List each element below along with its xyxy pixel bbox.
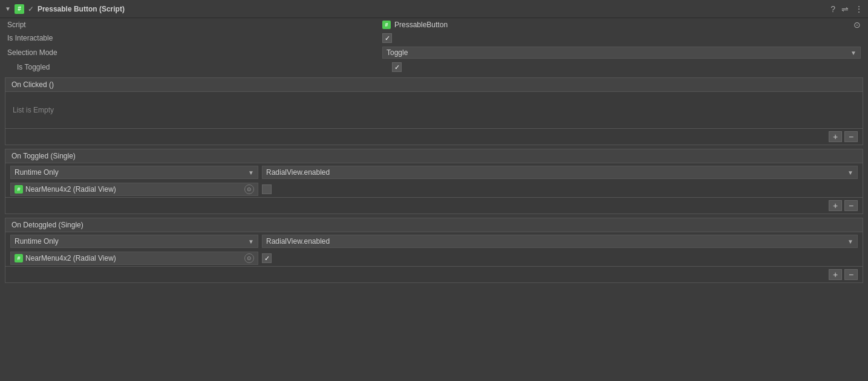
on-toggled-object-target-icon[interactable]: ⊙ <box>244 184 254 194</box>
on-toggled-section: On Toggled (Single) Runtime Only ▼ Radia… <box>5 149 863 214</box>
is-toggled-value <box>392 62 861 72</box>
on-clicked-add-button[interactable]: + <box>829 131 842 142</box>
on-toggled-event-dropdown[interactable]: RadialView.enabled ▼ <box>262 166 858 179</box>
on-toggled-object-field: # NearMenu4x2 (Radial View) ⊙ <box>10 183 258 196</box>
is-toggled-label: Is Toggled <box>17 63 392 71</box>
on-toggled-footer: + − <box>5 197 863 213</box>
on-detoggled-header: On Detoggled (Single) <box>5 218 863 232</box>
selection-mode-dropdown[interactable]: Toggle ▼ <box>382 47 861 59</box>
on-detoggled-section: On Detoggled (Single) Runtime Only ▼ Rad… <box>5 218 863 283</box>
on-clicked-section: On Clicked () List is Empty + − <box>5 77 863 145</box>
on-detoggled-remove-button[interactable]: − <box>844 269 858 280</box>
on-clicked-empty: List is Empty <box>5 92 863 128</box>
preset-icon[interactable]: ⇌ <box>841 4 849 14</box>
on-clicked-remove-button[interactable]: − <box>844 131 858 142</box>
on-detoggled-footer: + − <box>5 266 863 282</box>
script-file-icon: # <box>382 21 391 29</box>
on-detoggled-object-name: NearMenu4x2 (Radial View) <box>25 254 116 262</box>
is-interactable-value <box>382 33 861 43</box>
on-toggled-runtime-arrow-icon: ▼ <box>248 169 254 176</box>
script-hash-icon: # <box>15 4 24 14</box>
help-icon[interactable]: ? <box>830 4 835 14</box>
on-toggled-remove-button[interactable]: − <box>844 200 858 211</box>
script-name: PressableButton <box>394 21 850 29</box>
on-detoggled-add-button[interactable]: + <box>829 269 842 280</box>
is-toggled-row: Is Toggled <box>0 60 868 74</box>
is-interactable-checkbox[interactable] <box>382 33 392 43</box>
on-clicked-footer: + − <box>5 128 863 145</box>
selection-mode-arrow-icon: ▼ <box>850 50 857 56</box>
on-clicked-header: On Clicked () <box>5 78 863 92</box>
script-row: Script # PressableButton ⊙ <box>0 18 868 31</box>
script-value-container: # PressableButton ⊙ <box>382 20 861 30</box>
component-title: Pressable Button (Script) <box>38 5 827 13</box>
on-detoggled-runtime-value: Runtime Only <box>15 237 59 246</box>
on-detoggled-object-field: # NearMenu4x2 (Radial View) ⊙ <box>10 252 258 265</box>
script-label: Script <box>7 21 382 29</box>
more-icon[interactable]: ⋮ <box>855 4 863 14</box>
selection-mode-label: Selection Mode <box>7 48 382 57</box>
on-toggled-object-row: # NearMenu4x2 (Radial View) ⊙ <box>5 181 863 197</box>
on-toggled-event-row: Runtime Only ▼ RadialView.enabled ▼ <box>5 163 863 181</box>
script-value: # PressableButton ⊙ <box>382 20 861 30</box>
is-interactable-row: Is Interactable <box>0 31 868 45</box>
component-body: Script # PressableButton ⊙ Is Interactab… <box>0 18 868 283</box>
selection-mode-row: Selection Mode Toggle ▼ <box>0 45 868 60</box>
on-toggled-header: On Toggled (Single) <box>5 149 863 163</box>
on-toggled-event-value: RadialView.enabled <box>266 168 330 177</box>
on-detoggled-runtime-arrow-icon: ▼ <box>248 238 254 245</box>
selection-mode-selected: Toggle <box>387 48 408 57</box>
header-actions: ? ⇌ ⋮ <box>830 4 863 14</box>
selection-mode-value: Toggle ▼ <box>382 47 861 59</box>
collapse-arrow-icon[interactable]: ▼ <box>5 5 11 12</box>
component-header: ▼ # ✓ Pressable Button (Script) ? ⇌ ⋮ <box>0 0 868 18</box>
on-detoggled-value-checkbox[interactable] <box>262 253 272 263</box>
on-detoggled-runtime-dropdown[interactable]: Runtime Only ▼ <box>10 235 258 248</box>
on-detoggled-event-row: Runtime Only ▼ RadialView.enabled ▼ <box>5 232 863 250</box>
on-toggled-event-arrow-icon: ▼ <box>847 169 853 176</box>
script-target-icon[interactable]: ⊙ <box>853 20 861 30</box>
on-toggled-runtime-value: Runtime Only <box>15 168 59 177</box>
on-toggled-object-script-icon: # <box>15 185 23 194</box>
is-interactable-label: Is Interactable <box>7 34 382 42</box>
on-detoggled-event-dropdown[interactable]: RadialView.enabled ▼ <box>262 235 858 248</box>
enabled-check-icon[interactable]: ✓ <box>28 5 34 13</box>
on-detoggled-object-target-icon[interactable]: ⊙ <box>244 253 254 263</box>
on-toggled-add-button[interactable]: + <box>829 200 842 211</box>
is-toggled-checkbox[interactable] <box>392 62 402 72</box>
on-detoggled-event-arrow-icon: ▼ <box>847 238 853 245</box>
on-detoggled-event-value: RadialView.enabled <box>266 237 330 246</box>
on-toggled-object-name: NearMenu4x2 (Radial View) <box>25 185 116 194</box>
on-toggled-value-checkbox[interactable] <box>262 184 272 194</box>
on-detoggled-object-row: # NearMenu4x2 (Radial View) ⊙ <box>5 250 863 266</box>
on-toggled-runtime-dropdown[interactable]: Runtime Only ▼ <box>10 166 258 179</box>
on-detoggled-object-script-icon: # <box>15 254 23 262</box>
